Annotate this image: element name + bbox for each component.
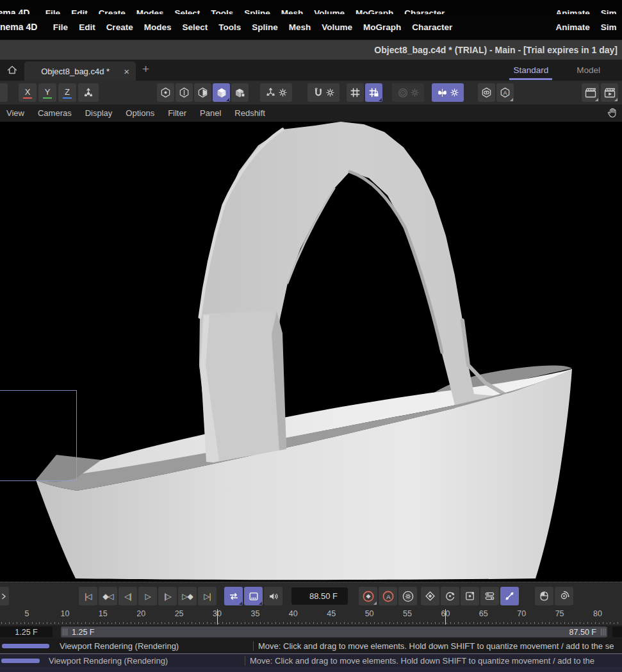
lock-z-axis-button[interactable]: Z <box>58 83 76 102</box>
ruler-tick <box>237 622 238 624</box>
ruler-tick <box>534 622 535 624</box>
ruler-tick <box>538 623 539 624</box>
ruler-tick <box>370 623 371 624</box>
render-settings-button[interactable] <box>601 83 618 102</box>
keyframe-selection-button[interactable] <box>398 587 417 605</box>
tab-close-icon[interactable]: × <box>124 66 129 77</box>
polygons-mode-button[interactable] <box>194 83 211 102</box>
coordinate-system-button[interactable] <box>78 83 99 102</box>
menu-tools[interactable]: Tools <box>218 22 241 32</box>
object-axis-mode-button[interactable] <box>231 83 249 102</box>
viewport-menu-display[interactable]: Display <box>85 108 113 118</box>
next-frame-button[interactable]: |▷ <box>158 587 177 605</box>
ruler-tick <box>283 622 284 624</box>
hexagon-eye-icon <box>480 86 493 99</box>
lock-y-axis-button[interactable]: Y <box>38 83 56 102</box>
current-frame-field[interactable]: 88.50 F <box>291 587 348 605</box>
ruler-frame-65: 65 <box>479 609 488 618</box>
menu-edit[interactable]: Edit <box>79 22 95 32</box>
key-parameters-button[interactable] <box>480 587 499 605</box>
layout-tab-model[interactable]: Model <box>577 60 600 81</box>
points-mode-button[interactable] <box>157 83 174 102</box>
ruler-tick <box>207 622 208 624</box>
viewport-menu-panel[interactable]: Panel <box>200 108 221 118</box>
viewport-menu-options[interactable]: Options <box>126 108 154 118</box>
ruler-tick <box>165 623 165 624</box>
go-to-end-button[interactable]: ▷| <box>198 587 217 605</box>
sound-toggle-button[interactable] <box>264 587 282 605</box>
record-keyframe-button[interactable] <box>359 587 377 605</box>
lock-x-axis-button[interactable]: X <box>19 83 37 102</box>
ruler-tick <box>172 623 173 624</box>
key-position-button[interactable] <box>421 587 439 605</box>
timeline-ruler[interactable]: 5101520253035404550556065707580 <box>0 609 622 625</box>
menu-sim[interactable]: Sim <box>601 22 617 32</box>
ruler-tick <box>519 622 520 624</box>
lock-workplane-button[interactable] <box>365 83 382 102</box>
ruler-tick <box>393 623 394 624</box>
go-to-start-button[interactable]: |◁ <box>79 587 97 605</box>
workplane-button[interactable] <box>347 83 364 102</box>
viewport-menu-cameras[interactable]: Cameras <box>38 108 72 118</box>
range-slider[interactable]: 1.25 F 87.50 F <box>61 627 607 637</box>
range-start-field[interactable]: 1.25 F <box>0 627 53 637</box>
menu-create[interactable]: Create <box>106 22 133 32</box>
ruler-tick <box>462 623 462 624</box>
record-mouse-button[interactable] <box>535 587 553 605</box>
ruler-tick <box>409 623 409 624</box>
symmetry-settings-button[interactable] <box>432 83 464 102</box>
menu-volume[interactable]: Volume <box>322 22 352 32</box>
new-tab-button[interactable]: + <box>142 62 149 76</box>
key-rotation-button[interactable] <box>441 587 459 605</box>
autokey-button[interactable]: A <box>379 587 397 605</box>
home-icon[interactable] <box>6 63 19 76</box>
ruler-tick <box>561 623 561 624</box>
viewport-menu-redshift[interactable]: Redshift <box>234 108 265 118</box>
previous-key-button[interactable]: ◆◁ <box>99 587 117 605</box>
ruler-tick <box>131 622 131 624</box>
previous-frame-button[interactable]: ◁| <box>119 587 137 605</box>
key-psr-button[interactable] <box>500 587 519 605</box>
preview-range-button[interactable] <box>244 587 263 605</box>
loop-playback-button[interactable] <box>224 587 243 605</box>
menu-mesh[interactable]: Mesh <box>289 22 311 32</box>
pan-hand-icon[interactable] <box>606 106 619 122</box>
viewport-menu-filter[interactable]: Filter <box>168 108 186 118</box>
move-tool-settings-button[interactable] <box>260 83 292 102</box>
falloff-settings-button[interactable] <box>392 83 424 102</box>
clipped-expand-button[interactable] <box>0 587 9 605</box>
ruler-tick <box>184 622 184 624</box>
ruler-tick <box>313 622 314 624</box>
viewport-3d[interactable] <box>0 122 622 582</box>
range-grip-right[interactable] <box>601 628 605 635</box>
ruler-tick <box>154 622 154 624</box>
menu-modes[interactable]: Modes <box>144 22 172 32</box>
layout-tab-standard[interactable]: Standard <box>513 60 548 81</box>
menu-animate[interactable]: Animate <box>555 22 589 32</box>
ruler-tick <box>249 623 249 624</box>
app-name[interactable]: nema 4D <box>0 22 37 32</box>
viewport-solo-button[interactable] <box>478 83 495 102</box>
menu-mograph[interactable]: MoGraph <box>363 22 401 32</box>
axis-x-label: X <box>23 87 33 99</box>
viewport-menu-view[interactable]: View <box>6 108 24 118</box>
menu-spline[interactable]: Spline <box>252 22 278 32</box>
ruler-tick <box>542 622 543 624</box>
snap-settings-button[interactable] <box>307 83 340 102</box>
document-tab[interactable]: Object8_bag.c4d * × <box>24 61 136 81</box>
next-key-button[interactable]: ▷◆ <box>178 587 197 605</box>
ruler-tick <box>557 622 557 624</box>
menu-file[interactable]: File <box>53 22 68 32</box>
record-rotation-button[interactable] <box>555 587 573 605</box>
menu-select[interactable]: Select <box>182 22 208 32</box>
edges-mode-button[interactable] <box>176 83 193 102</box>
key-scale-button[interactable] <box>461 587 479 605</box>
menu-character[interactable]: Character <box>412 22 452 32</box>
range-grip-left[interactable] <box>63 628 67 635</box>
play-button[interactable]: ▷ <box>138 587 157 605</box>
annotate-button[interactable]: A <box>496 83 514 102</box>
clipped-left-button[interactable] <box>0 83 8 102</box>
model-mode-button[interactable] <box>213 83 230 102</box>
range-end-field[interactable] <box>612 627 622 637</box>
render-view-button[interactable] <box>582 83 599 102</box>
